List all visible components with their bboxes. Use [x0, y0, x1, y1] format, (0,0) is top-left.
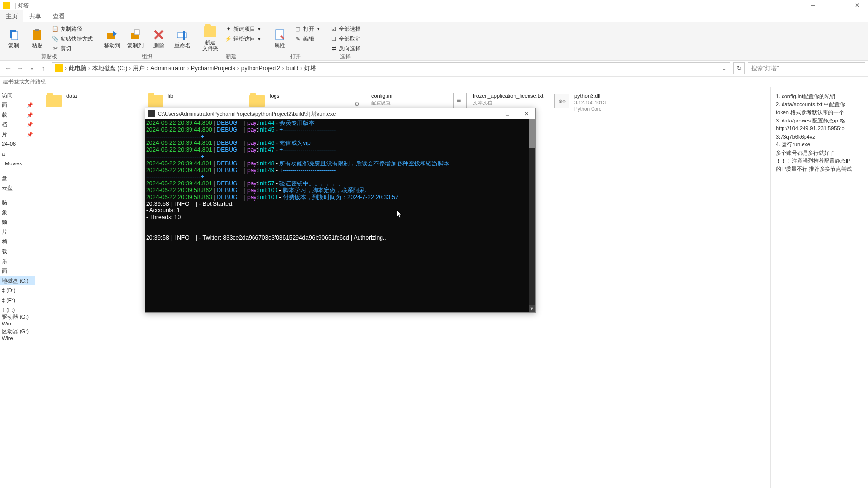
folder-icon: [147, 92, 164, 110]
sidebar-item[interactable]: 盘: [0, 173, 35, 183]
details-panel: 1. config.int配置你的私钥 2. data/accounts.txt…: [770, 87, 868, 488]
copy-path-button[interactable]: 📋复制路径: [50, 24, 95, 33]
nav-back[interactable]: ←: [3, 63, 14, 74]
new-item-button[interactable]: ✦新建项目▾: [223, 24, 263, 33]
sidebar-item[interactable]: 24-06: [0, 139, 35, 149]
sidebar-drive-e[interactable]: ‡ (E:): [0, 295, 35, 305]
move-icon: [105, 28, 119, 41]
sidebar-drive-c[interactable]: 地磁盘 (C:): [0, 276, 35, 285]
sidebar-item[interactable]: 象: [0, 207, 35, 217]
file-item-data[interactable]: data: [45, 92, 141, 113]
group-label-select: 选择: [328, 53, 362, 61]
new-folder-button[interactable]: 新建 文件夹: [199, 23, 221, 53]
crumb-build[interactable]: build: [286, 65, 298, 72]
maximize-button[interactable]: ☐: [824, 0, 846, 11]
address-box[interactable]: ›此电脑 ›本地磁盘 (C:) ›用户 ›Administrator ›Pych…: [52, 62, 730, 74]
crumb-users[interactable]: 用户: [133, 64, 145, 73]
svg-rect-8: [183, 31, 185, 40]
tab-share[interactable]: 共享: [23, 10, 47, 22]
refresh-button[interactable]: ↻: [733, 62, 745, 74]
move-to-button[interactable]: 移动到: [101, 23, 123, 53]
close-button[interactable]: ✕: [846, 0, 868, 11]
terminal-close[interactable]: ✕: [517, 108, 535, 119]
tab-home[interactable]: 主页: [0, 10, 23, 22]
delete-icon: [152, 28, 166, 41]
tab-view[interactable]: 查看: [47, 10, 70, 22]
crumb-dengta[interactable]: 灯塔: [304, 64, 316, 73]
rename-button[interactable]: 重命名: [171, 23, 193, 53]
window-title: 灯塔: [18, 2, 29, 9]
properties-button[interactable]: 属性: [269, 23, 291, 53]
minimize-button[interactable]: ─: [802, 0, 824, 11]
crumb-pycharm[interactable]: PycharmProjects: [191, 65, 235, 72]
cut-button[interactable]: ✂剪切: [50, 44, 95, 53]
address-dropdown[interactable]: ⌄: [722, 65, 727, 72]
sidebar-item[interactable]: 档: [0, 237, 35, 246]
nav-recent[interactable]: ▾: [26, 63, 37, 74]
nav-up[interactable]: ↑: [38, 63, 49, 74]
search-input[interactable]: 搜索"灯塔": [748, 62, 865, 74]
folder-icon: [248, 92, 266, 110]
sidebar-item[interactable]: 面: [0, 266, 35, 276]
paste-button[interactable]: 粘贴: [26, 23, 48, 53]
terminal-scrollbar[interactable]: ▲ ▼: [529, 119, 535, 312]
ribbon-group-new: 新建 文件夹 ✦新建项目▾ ⚡轻松访问▾ 新建: [196, 22, 266, 60]
details-line: 3:73q7b6k6p4vz: [776, 133, 863, 141]
explorer-titlebar: | 灯塔 ─ ☐ ✕: [0, 0, 868, 11]
scroll-down-icon[interactable]: ▼: [529, 305, 535, 312]
crumb-thispc[interactable]: 此电脑: [69, 64, 86, 73]
terminal-window: C:\Users\Administrator\PycharmProjects\p…: [145, 108, 536, 313]
sidebar-item[interactable]: _Movies: [0, 159, 35, 168]
file-item-dll[interactable]: python3.dll3.12.150.1013Python Core: [553, 92, 649, 113]
sidebar-drive-d[interactable]: ‡ (D:): [0, 285, 35, 295]
select-none-button[interactable]: ☐全部取消: [328, 34, 362, 43]
sidebar-item[interactable]: a: [0, 149, 35, 159]
sidebar-item[interactable]: 云盘: [0, 183, 35, 193]
sidebar-drive-g2[interactable]: 区动器 (G:) Wire: [0, 329, 35, 339]
sidebar-item[interactable]: 片📌: [0, 129, 35, 139]
svg-rect-1: [12, 32, 18, 40]
easy-access-button[interactable]: ⚡轻松访问▾: [223, 34, 263, 43]
sidebar-item[interactable]: 片: [0, 227, 35, 237]
sidebar-item[interactable]: 乐: [0, 256, 35, 266]
svg-rect-3: [35, 29, 39, 31]
invert-select-button[interactable]: ⇄反向选择: [328, 44, 362, 53]
copy-to-icon: [128, 28, 142, 41]
sidebar-item[interactable]: 载: [0, 246, 35, 256]
bookmark-bar[interactable]: 建书签或文件路径: [0, 77, 868, 87]
ini-icon: [350, 92, 367, 110]
select-all-button[interactable]: ☑全部选择: [328, 24, 362, 33]
sidebar-item[interactable]: 档📌: [0, 120, 35, 129]
terminal-minimize[interactable]: ─: [480, 108, 498, 119]
copy-button[interactable]: 复制: [3, 23, 24, 53]
edit-button[interactable]: ✎编辑: [293, 34, 322, 43]
easy-access-icon: ⚡: [225, 35, 232, 42]
crumb-c[interactable]: 本地磁盘 (C:): [92, 64, 127, 73]
rename-icon: [175, 28, 189, 41]
group-label-clipboard: 剪贴板: [3, 53, 95, 61]
terminal-maximize[interactable]: ☐: [498, 108, 517, 119]
open-button[interactable]: ▢打开▾: [293, 24, 322, 33]
sidebar-quick-access[interactable]: 访问: [0, 90, 35, 100]
nav-forward[interactable]: →: [15, 63, 25, 74]
scroll-thumb[interactable]: [529, 119, 535, 148]
crumb-proj[interactable]: pythonProject2: [241, 65, 280, 72]
sidebar-drive-g1[interactable]: 驱动器 (G:) Win: [0, 315, 35, 325]
sidebar-item[interactable]: 载📌: [0, 110, 35, 120]
pin-icon: 📌: [27, 102, 33, 108]
terminal-titlebar[interactable]: C:\Users\Administrator\PycharmProjects\p…: [145, 108, 535, 119]
select-all-icon: ☑: [330, 25, 337, 32]
sidebar-item[interactable]: 面📌: [0, 100, 35, 110]
ribbon-group-select: ☑全部选择 ☐全部取消 ⇄反向选择 选择: [325, 22, 365, 60]
copy-to-button[interactable]: 复制到: [125, 23, 146, 53]
group-label-open: 打开: [269, 53, 322, 61]
edit-icon: ✎: [295, 35, 301, 42]
details-line: 多个账号都是多行就好了: [776, 149, 863, 157]
details-line: http://104.249.91.231:5955:o: [776, 124, 863, 133]
crumb-admin[interactable]: Administrator: [150, 65, 185, 72]
sidebar-this-pc[interactable]: 脑: [0, 198, 35, 207]
paste-shortcut-button[interactable]: 📎粘贴快捷方式: [50, 34, 95, 43]
terminal-body[interactable]: 2024-06-22 20:39:44.800 | DEBUG | pay:In…: [145, 119, 535, 312]
delete-button[interactable]: 删除: [148, 23, 169, 53]
sidebar-item[interactable]: 频: [0, 217, 35, 227]
